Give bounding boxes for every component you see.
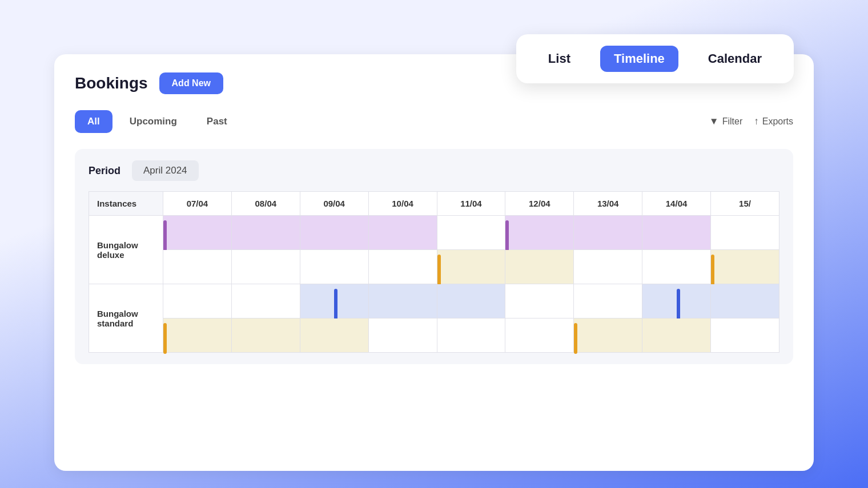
view-selector-popup: List Timeline Calendar	[516, 34, 794, 83]
filter-tabs: All Upcoming Past	[75, 110, 240, 133]
cell-std1-08	[231, 284, 300, 318]
bar-blue	[334, 289, 337, 320]
cell-std2-11	[437, 318, 505, 353]
table-row: Bungalow deluxe	[89, 216, 779, 250]
cell-deluxe1-07	[163, 216, 232, 250]
cell-deluxe2-10	[368, 250, 437, 284]
cell-deluxe1-08	[231, 216, 300, 250]
filter-icon: ▼	[709, 116, 719, 127]
cell-std1-09	[300, 284, 368, 318]
instance-label-bungalow-deluxe: Bungalow deluxe	[89, 216, 163, 284]
bar-yellow	[574, 323, 577, 354]
cell-deluxe1-10	[368, 216, 437, 250]
tab-upcoming[interactable]: Upcoming	[117, 110, 190, 133]
cell-std1-12	[505, 284, 574, 318]
cell-std2-10	[368, 318, 437, 353]
col-15: 15/	[711, 192, 779, 216]
cell-std2-08	[231, 318, 300, 353]
cell-deluxe2-09	[300, 250, 368, 284]
cell-deluxe2-13	[574, 250, 642, 284]
table-row	[89, 318, 779, 353]
col-11: 11/04	[437, 192, 505, 216]
cell-std2-09	[300, 318, 368, 353]
cell-deluxe1-12	[505, 216, 574, 250]
export-icon: ↑	[754, 116, 759, 127]
calendar-table: Instances 07/04 08/04 09/04 10/04 11/04 …	[89, 191, 779, 353]
bar-orange	[711, 255, 714, 285]
main-card: Bookings Add New All Upcoming Past ▼ Fil…	[54, 54, 814, 471]
period-value: April 2024	[132, 160, 199, 181]
cell-deluxe2-07	[163, 250, 232, 284]
cell-deluxe2-11	[437, 250, 505, 284]
col-13: 13/04	[574, 192, 642, 216]
cell-deluxe2-08	[231, 250, 300, 284]
col-12: 12/04	[505, 192, 574, 216]
col-08: 08/04	[231, 192, 300, 216]
cell-std2-13	[574, 318, 642, 353]
bar-purple	[505, 220, 509, 251]
cell-deluxe2-15	[711, 250, 779, 284]
cell-std1-07	[163, 284, 232, 318]
view-list-button[interactable]: List	[535, 46, 584, 72]
cell-deluxe1-09	[300, 216, 368, 250]
table-row: Bungalow standard	[89, 284, 779, 318]
bar-purple	[163, 220, 167, 251]
col-07: 07/04	[163, 192, 232, 216]
tab-all[interactable]: All	[75, 110, 112, 133]
add-new-button[interactable]: Add New	[159, 72, 223, 94]
cell-std1-11	[437, 284, 505, 318]
page-title: Bookings	[75, 74, 148, 92]
bar-yellow	[163, 323, 167, 354]
cell-std2-07	[163, 318, 232, 353]
cell-std2-12	[505, 318, 574, 353]
calendar-header-row: Instances 07/04 08/04 09/04 10/04 11/04 …	[89, 192, 779, 216]
col-14: 14/04	[642, 192, 711, 216]
table-row	[89, 250, 779, 284]
tab-past[interactable]: Past	[194, 110, 240, 133]
timeline-section: Period April 2024 Instances 07/04 08/04 …	[75, 149, 793, 364]
col-instances: Instances	[89, 192, 163, 216]
cell-std2-14	[642, 318, 711, 353]
instance-label-bungalow-standard: Bungalow standard	[89, 284, 163, 353]
period-row: Period April 2024	[89, 160, 779, 181]
cell-deluxe1-14	[642, 216, 711, 250]
col-09: 09/04	[300, 192, 368, 216]
cell-deluxe2-14	[642, 250, 711, 284]
cell-std1-15	[711, 284, 779, 318]
bar-blue	[677, 289, 680, 320]
period-label: Period	[89, 165, 120, 177]
view-timeline-button[interactable]: Timeline	[600, 46, 678, 72]
filter-bar: All Upcoming Past ▼ Filter ↑ Exports	[75, 110, 793, 133]
cell-deluxe2-12	[505, 250, 574, 284]
bar-orange	[437, 255, 441, 285]
col-10: 10/04	[368, 192, 437, 216]
filter-button[interactable]: ▼ Filter	[709, 116, 742, 127]
filter-actions: ▼ Filter ↑ Exports	[709, 116, 793, 127]
cell-deluxe1-13	[574, 216, 642, 250]
cell-deluxe1-11	[437, 216, 505, 250]
cell-deluxe1-15	[711, 216, 779, 250]
exports-button[interactable]: ↑ Exports	[754, 116, 793, 127]
view-calendar-button[interactable]: Calendar	[694, 46, 775, 72]
cell-std1-13	[574, 284, 642, 318]
cell-std2-15	[711, 318, 779, 353]
cell-std1-14	[642, 284, 711, 318]
cell-std1-10	[368, 284, 437, 318]
